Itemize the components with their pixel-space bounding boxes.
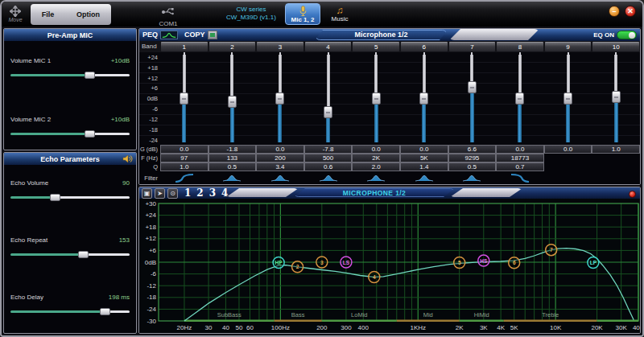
band-button-5[interactable]: 5 xyxy=(353,42,399,51)
gain-cell[interactable]: 0.0 xyxy=(400,145,448,154)
band-marker-3[interactable]: 3 xyxy=(316,257,328,268)
file-menu-button[interactable]: File xyxy=(37,7,60,22)
eq-band-slider-9[interactable] xyxy=(544,52,592,145)
bell-filter-icon[interactable] xyxy=(462,173,481,183)
band-marker-2[interactable]: 2 xyxy=(292,261,303,273)
eq-band-slider-10[interactable] xyxy=(592,52,640,145)
record-indicator[interactable] xyxy=(629,191,636,198)
q-cell[interactable]: 2.0 xyxy=(352,162,400,171)
minimize-button[interactable]: – xyxy=(609,6,620,17)
gain-cell[interactable]: 0.0 xyxy=(160,145,208,154)
slider-track[interactable] xyxy=(10,308,130,315)
freq-cell[interactable]: 2K xyxy=(352,154,400,162)
q-cell[interactable]: 3.4 xyxy=(256,162,304,171)
copy-icon[interactable] xyxy=(208,31,217,39)
gain-cell[interactable]: 0.0 xyxy=(544,145,592,154)
fader-handle[interactable] xyxy=(372,92,381,105)
fader-handle[interactable] xyxy=(324,106,332,118)
band-marker-LS[interactable]: LS xyxy=(341,257,352,268)
hp-filter-icon[interactable] xyxy=(175,173,194,183)
gain-cell[interactable]: 0.0 xyxy=(256,145,304,154)
cursor-icon[interactable]: ➤ xyxy=(155,188,165,199)
bell-filter-icon[interactable] xyxy=(319,173,338,183)
fader-handle[interactable] xyxy=(515,92,524,105)
gain-cell[interactable]: -7.8 xyxy=(304,145,353,154)
gain-cell[interactable]: -1.8 xyxy=(208,145,257,154)
slider-track[interactable] xyxy=(10,72,130,79)
lp-filter-icon[interactable] xyxy=(510,173,530,183)
copy-button[interactable]: COPY xyxy=(184,31,205,39)
band-button-7[interactable]: 7 xyxy=(449,42,496,51)
freq-cell[interactable]: 500 xyxy=(304,154,353,162)
eq-band-slider-1[interactable] xyxy=(160,52,208,145)
fader-handle[interactable] xyxy=(419,92,428,105)
q-cell[interactable]: 0.6 xyxy=(304,162,353,171)
eq-band-slider-6[interactable] xyxy=(400,52,448,145)
band-button-2[interactable]: 2 xyxy=(209,42,256,51)
freq-cell[interactable]: 133 xyxy=(208,154,257,162)
eq-band-slider-5[interactable] xyxy=(352,52,400,145)
bell-filter-icon[interactable] xyxy=(270,173,290,183)
gain-cell[interactable]: 0.0 xyxy=(496,145,544,154)
tab-music[interactable]: ♫ Music xyxy=(324,3,356,25)
preset-button-2[interactable]: 2 xyxy=(196,187,203,199)
preset-button-1[interactable]: 1 xyxy=(184,187,191,199)
bell-filter-icon[interactable] xyxy=(222,173,242,183)
slider-handle[interactable] xyxy=(100,308,110,315)
band-button-9[interactable]: 9 xyxy=(545,42,592,51)
q-cell[interactable]: 0.5 xyxy=(208,162,257,171)
eq-band-slider-4[interactable] xyxy=(304,52,353,145)
slider-handle[interactable] xyxy=(50,194,60,201)
option-menu-button[interactable]: Option xyxy=(72,7,105,22)
close-button[interactable]: ✕ xyxy=(625,6,636,17)
band-marker-HP[interactable]: HP xyxy=(273,257,284,268)
freq-cell[interactable]: 18773 xyxy=(496,154,544,162)
response-plot[interactable]: SubBassBassLoMidMidHiMidTreble+30+24+18+… xyxy=(139,199,640,334)
slider-track[interactable] xyxy=(10,194,130,201)
freq-cell[interactable]: 5K xyxy=(400,154,448,162)
band-button-10[interactable]: 10 xyxy=(592,42,639,51)
freq-cell[interactable]: 200 xyxy=(256,154,304,162)
band-button-4[interactable]: 4 xyxy=(305,42,352,51)
freq-cell[interactable]: 97 xyxy=(160,154,208,162)
fader-handle[interactable] xyxy=(180,92,188,105)
q-cell[interactable]: 0.5 xyxy=(448,162,497,171)
gain-cell[interactable]: 1.0 xyxy=(592,145,640,154)
band-marker-4[interactable]: 4 xyxy=(369,271,380,282)
fader-handle[interactable] xyxy=(468,81,477,93)
bell-filter-icon[interactable] xyxy=(366,173,386,183)
fader-handle[interactable] xyxy=(228,96,237,108)
q-cell[interactable]: 1.0 xyxy=(160,162,208,171)
camera-icon[interactable]: ⊙ xyxy=(167,188,178,199)
freq-cell[interactable]: 9295 xyxy=(448,154,497,162)
eq-band-slider-3[interactable] xyxy=(256,52,304,145)
band-marker-HS[interactable]: HS xyxy=(478,255,489,266)
preset-button-3[interactable]: 3 xyxy=(209,187,216,199)
move-handle[interactable]: Move xyxy=(2,6,29,23)
q-cell[interactable]: 0.7 xyxy=(496,162,544,171)
eq-band-slider-2[interactable] xyxy=(208,52,257,145)
band-button-8[interactable]: 8 xyxy=(497,42,543,51)
gain-cell[interactable]: 0.0 xyxy=(352,145,400,154)
peq-curve-icon[interactable] xyxy=(160,31,178,39)
band-button-3[interactable]: 3 xyxy=(257,42,303,51)
eq-band-slider-7[interactable] xyxy=(448,52,497,145)
q-cell[interactable]: 1.4 xyxy=(400,162,448,171)
band-button-1[interactable]: 1 xyxy=(161,42,208,51)
preset-button-4[interactable]: 4 xyxy=(221,187,228,199)
gain-cell[interactable]: 6.6 xyxy=(448,145,497,154)
band-marker-LP[interactable]: LP xyxy=(588,257,599,268)
eq-band-slider-8[interactable] xyxy=(496,52,544,145)
band-marker-6[interactable]: 6 xyxy=(509,257,520,269)
band-marker-7[interactable]: 7 xyxy=(546,245,557,256)
band-button-6[interactable]: 6 xyxy=(401,42,448,51)
fader-handle[interactable] xyxy=(612,91,621,103)
grid-icon[interactable]: ▣ xyxy=(142,188,152,199)
eq-channel-tab[interactable]: Microphone 1/2 xyxy=(315,30,448,40)
slider-handle[interactable] xyxy=(78,251,89,258)
tab-mic[interactable]: Mic 1, 2 xyxy=(285,3,320,25)
slider-handle[interactable] xyxy=(85,130,95,138)
eq-on-toggle[interactable] xyxy=(617,31,637,39)
fader-handle[interactable] xyxy=(564,92,572,105)
slider-handle[interactable] xyxy=(85,72,95,79)
